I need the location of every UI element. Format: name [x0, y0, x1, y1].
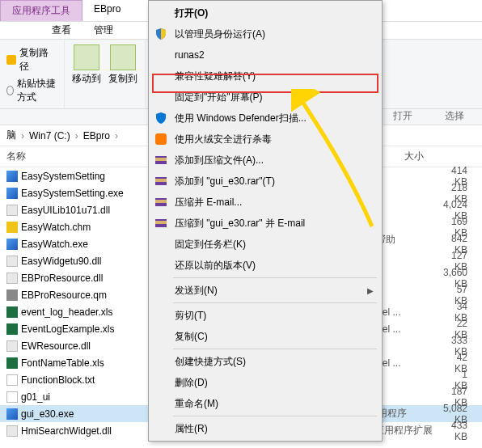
- ctx-rar-add[interactable]: 添加到压缩文件(A)...: [150, 150, 380, 171]
- copy-path-button[interactable]: 复制路径: [6, 44, 57, 75]
- svg-rect-6: [155, 200, 167, 203]
- file-type: cel ...: [378, 306, 455, 318]
- ctx-send-to[interactable]: 发送到(N)▶: [150, 280, 380, 301]
- ctx-rename[interactable]: 重命名(M): [150, 393, 380, 414]
- move-to-button[interactable]: 移动到: [70, 44, 104, 86]
- file-icon: [6, 256, 18, 267]
- file-icon: [6, 357, 18, 369]
- shield-icon: [154, 27, 168, 41]
- tab-view[interactable]: 查看: [40, 22, 82, 39]
- ctx-rar-email[interactable]: 压缩并 E-mail...: [150, 192, 380, 213]
- ctx-copy[interactable]: 复制(C): [150, 326, 380, 347]
- ctx-run-as-admin[interactable]: 以管理员身份运行(A): [150, 23, 380, 44]
- ctx-rar-name-email[interactable]: 压缩到 "gui_e30.rar" 并 E-mail: [150, 213, 380, 234]
- huorong-icon: [154, 132, 168, 146]
- pin-icon: [6, 55, 16, 65]
- group-select-label: 选择: [445, 109, 464, 123]
- chevron-right-icon: ▶: [367, 286, 374, 295]
- separator: [173, 277, 377, 278]
- separator: [173, 349, 377, 349]
- separator: [173, 302, 377, 303]
- file-icon: [6, 323, 18, 335]
- ctx-rar-add-name[interactable]: 添加到 "gui_e30.rar"(T): [150, 171, 380, 192]
- file-size: 433 KB: [451, 420, 482, 442]
- file-name: FunctionBlock.txt: [21, 374, 95, 386]
- defender-icon: [154, 111, 168, 125]
- file-icon: [6, 340, 18, 352]
- file-name: EasyUILib101u71.dll: [21, 205, 110, 216]
- ctx-huorong-scan[interactable]: 使用火绒安全进行杀毒: [150, 129, 380, 150]
- file-name: EWResource.dll: [21, 340, 91, 352]
- file-icon: [6, 425, 18, 437]
- tab-ebpro[interactable]: EBpro: [82, 0, 132, 21]
- tab-manage[interactable]: 管理: [82, 22, 125, 39]
- ctx-runas2[interactable]: runas2: [150, 44, 380, 66]
- file-name: g01_ui: [21, 391, 50, 403]
- chevron-right-icon: ›: [75, 130, 78, 142]
- ctx-defender-scan[interactable]: 使用 Windows Defender扫描...: [150, 108, 380, 129]
- winrar-icon: [154, 195, 168, 209]
- file-icon: [6, 239, 18, 250]
- paste-shortcut-button[interactable]: 粘贴快捷方式: [6, 75, 57, 106]
- file-name: EventLogExample.xls: [21, 323, 114, 335]
- file-icon: [6, 222, 18, 233]
- file-icon: [6, 205, 18, 216]
- ctx-restore-previous[interactable]: 还原以前的版本(V): [150, 255, 380, 276]
- file-name: EasySystemSetting.exe: [21, 188, 124, 199]
- folder-copy-icon: [110, 44, 136, 70]
- winrar-icon: [154, 216, 168, 230]
- winrar-icon: [154, 153, 168, 167]
- breadcrumb-drive[interactable]: Win7 (C:): [29, 130, 70, 142]
- ctx-properties[interactable]: 属性(R): [150, 418, 380, 439]
- copy-to-button[interactable]: 复制到: [107, 44, 141, 86]
- group-open-label: 打开: [393, 109, 412, 123]
- ctx-pin-start[interactable]: 固定到"开始"屏幕(P): [150, 87, 380, 108]
- file-icon: [6, 374, 18, 386]
- file-icon: [6, 391, 18, 403]
- file-name: HmiSearchWidget.dll: [21, 425, 112, 437]
- svg-rect-0: [155, 133, 167, 145]
- file-type: cel ...: [378, 323, 455, 335]
- file-icon: [6, 408, 18, 420]
- svg-rect-2: [155, 158, 167, 161]
- folder-move-icon: [74, 44, 99, 70]
- file-icon: [6, 188, 18, 199]
- svg-rect-8: [155, 221, 167, 224]
- breadcrumb-folder[interactable]: EBpro: [83, 130, 110, 142]
- file-icon: [6, 273, 18, 284]
- ctx-compatibility[interactable]: 兼容性疑难解答(Y): [150, 66, 380, 87]
- file-icon: [6, 171, 18, 182]
- file-name: EasySystemSetting: [21, 171, 105, 182]
- chevron-right-icon: ›: [115, 130, 118, 142]
- file-name: EBProResource.dll: [21, 273, 103, 284]
- file-icon: [6, 290, 18, 301]
- ctx-cut[interactable]: 剪切(T): [150, 305, 380, 326]
- file-name: FontNameTable.xls: [21, 357, 104, 369]
- clip-icon: [6, 86, 14, 95]
- file-name: EBProResource.qm: [21, 290, 107, 301]
- file-name: gui_e30.exe: [21, 408, 74, 420]
- tab-app-tools[interactable]: 应用程序工具: [0, 0, 82, 21]
- file-type: cel ...: [378, 357, 455, 369]
- breadcrumb-pc[interactable]: 脑: [6, 129, 16, 142]
- file-icon: [6, 306, 18, 318]
- ctx-delete[interactable]: 删除(D): [150, 372, 380, 393]
- ctx-pin-taskbar[interactable]: 固定到任务栏(K): [150, 234, 380, 255]
- context-menu: 打开(O) 以管理员身份运行(A) runas2 兼容性疑难解答(Y) 固定到"…: [148, 0, 383, 442]
- ctx-open[interactable]: 打开(O): [150, 2, 380, 23]
- file-name: EasyWatch.exe: [21, 239, 88, 250]
- file-name: event_log_header.xls: [21, 306, 112, 318]
- separator: [173, 416, 377, 416]
- ctx-create-shortcut[interactable]: 创建快捷方式(S): [150, 351, 380, 372]
- winrar-icon: [154, 174, 168, 188]
- chevron-right-icon: ›: [21, 130, 24, 142]
- file-type: 应用程序扩展: [374, 424, 451, 437]
- svg-rect-4: [155, 179, 167, 182]
- file-name: EasyWatch.chm: [21, 222, 91, 233]
- file-name: EasyWidgetu90.dll: [21, 256, 101, 267]
